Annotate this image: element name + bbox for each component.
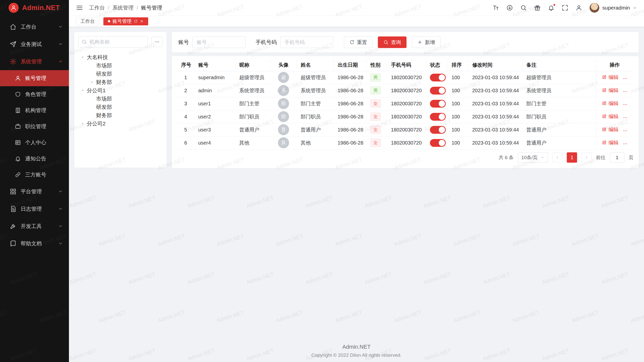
tree-caret-icon[interactable] <box>80 55 85 60</box>
tab-label: 账号管理 <box>112 18 132 25</box>
sidebar-item-label: 角色管理 <box>25 91 63 98</box>
sidebar-item-dev-tools[interactable]: 开发工具 <box>0 217 69 235</box>
search-button[interactable]: 查询 <box>378 36 407 48</box>
bell-icon <box>15 156 21 162</box>
sidebar-item-account-manage[interactable]: 账号管理 <box>0 70 69 86</box>
edit-button[interactable]: 编辑 <box>602 87 619 94</box>
sidebar-item-system-manage[interactable]: 系统管理 <box>0 53 69 70</box>
tree-caret-icon[interactable] <box>90 80 94 84</box>
next-page-button[interactable] <box>581 152 592 163</box>
breadcrumb-item[interactable]: 系统管理 <box>112 4 134 11</box>
tab-close-icon[interactable] <box>140 19 144 23</box>
cell-operations: 编辑 <box>596 84 633 97</box>
tree-node[interactable]: 分公司2 <box>78 119 163 128</box>
fullscreen-icon[interactable] <box>562 5 568 11</box>
reset-button[interactable]: 重置 <box>344 36 373 48</box>
page-size-select[interactable]: 10条/页 <box>518 152 548 163</box>
gift-icon[interactable] <box>534 5 541 11</box>
gear-icon <box>10 58 16 65</box>
logo[interactable]: Admin.NET <box>0 0 69 16</box>
status-toggle[interactable] <box>430 113 446 121</box>
edit-button[interactable]: 编辑 <box>602 74 619 81</box>
edit-icon <box>602 75 607 80</box>
row-more-button[interactable] <box>623 128 628 133</box>
sidebar-item-label: 机构管理 <box>25 107 63 114</box>
account-table: 序号账号昵称头像姓名出生日期性别手机号码状态排序修改时间备注操作1superad… <box>177 59 633 150</box>
sidebar-item-notice[interactable]: 通知公告 <box>0 151 69 167</box>
reset-button-label: 重置 <box>357 39 367 46</box>
status-toggle[interactable] <box>430 74 446 81</box>
column-header: 昵称 <box>235 59 270 71</box>
tree-more-button[interactable] <box>151 37 163 47</box>
cell-nickname: 其他 <box>235 136 270 149</box>
status-toggle[interactable] <box>430 100 446 108</box>
sidebar-item-profile-center[interactable]: 个人中心 <box>0 134 69 151</box>
tab-workbench[interactable]: 工作台 <box>76 17 99 25</box>
sidebar-item-third-account[interactable]: 三方账号 <box>0 167 69 183</box>
tree-node[interactable]: 财务部 <box>78 78 163 86</box>
hamburger-icon[interactable] <box>76 4 83 11</box>
status-toggle[interactable] <box>430 126 446 134</box>
book-icon <box>10 240 16 247</box>
breadcrumb-item[interactable]: 账号管理 <box>141 4 162 11</box>
sidebar-item-role-manage[interactable]: 角色管理 <box>0 86 69 102</box>
edit-button[interactable]: 编辑 <box>602 126 619 133</box>
column-header: 账号 <box>194 59 235 71</box>
tree-node[interactable]: 市场部 <box>78 61 163 70</box>
user-outline-icon[interactable] <box>576 5 582 11</box>
chevron-down-icon <box>541 156 544 159</box>
prev-page-button[interactable] <box>552 152 562 163</box>
sidebar-item-workbench[interactable]: 工作台 <box>0 18 69 35</box>
notification-bell-icon[interactable] <box>548 5 554 11</box>
tree-node-label: 研发部 <box>96 104 112 111</box>
edit-button[interactable]: 编辑 <box>602 100 619 107</box>
sidebar-item-position-manage[interactable]: 职位管理 <box>0 118 69 134</box>
row-more-button[interactable] <box>623 89 628 94</box>
document-icon <box>10 206 16 212</box>
sidebar-item-log-manage[interactable]: 日志管理 <box>0 200 69 217</box>
column-header: 手机号码 <box>387 59 426 71</box>
row-more-button[interactable] <box>623 115 628 120</box>
link-icon <box>15 172 21 178</box>
tree-node[interactable]: 研发部 <box>78 103 163 111</box>
tree-node[interactable]: 大名科技 <box>78 53 163 61</box>
page-number-current[interactable]: 1 <box>567 152 577 163</box>
tab-refresh-icon[interactable] <box>134 19 138 23</box>
account-filter-input[interactable] <box>192 36 246 48</box>
sidebar-item-help-docs[interactable]: 帮助文档 <box>0 235 69 252</box>
search-icon[interactable] <box>520 5 527 11</box>
cell-gender: 女 <box>366 110 387 123</box>
goto-page-input[interactable] <box>610 152 624 163</box>
cell-account: admin <box>194 84 235 97</box>
tree-caret-icon[interactable] <box>80 88 85 93</box>
tree-node[interactable]: 市场部 <box>78 95 163 103</box>
edit-button[interactable]: 编辑 <box>602 139 619 146</box>
sidebar-item-platform-manage[interactable]: 平台管理 <box>0 183 69 200</box>
sidebar-item-business-test[interactable]: 业务测试 <box>0 35 69 53</box>
tab-bar: 工作台账号管理 <box>69 16 644 27</box>
row-more-button[interactable] <box>623 76 628 81</box>
edit-button[interactable]: 编辑 <box>602 113 619 120</box>
arrow-circle-icon[interactable] <box>506 5 513 11</box>
tab-account-manage[interactable]: 账号管理 <box>103 17 148 25</box>
org-search-input[interactable] <box>78 36 148 48</box>
edit-button-label: 编辑 <box>609 100 619 107</box>
gender-tag: 女 <box>370 112 381 121</box>
tree-node[interactable]: 研发部 <box>78 70 163 78</box>
status-toggle[interactable] <box>430 139 446 147</box>
tree-node[interactable]: 财务部 <box>78 111 163 119</box>
row-more-button[interactable] <box>623 141 628 146</box>
row-more-button[interactable] <box>623 102 628 107</box>
breadcrumb-item[interactable]: 工作台 <box>89 4 105 11</box>
cell-remark: 普通用户 <box>522 136 596 149</box>
add-button[interactable]: 新增 <box>412 36 440 48</box>
page-size-value: 10条/页 <box>521 154 538 161</box>
tree-node-label: 市场部 <box>96 62 112 69</box>
phone-filter-input[interactable] <box>280 36 333 48</box>
sidebar-item-org-manage[interactable]: 机构管理 <box>0 102 69 118</box>
font-size-icon[interactable] <box>493 5 499 11</box>
tree-caret-icon[interactable] <box>80 121 85 126</box>
tree-node[interactable]: 分公司1 <box>78 86 163 95</box>
status-toggle[interactable] <box>430 87 446 95</box>
user-menu[interactable]: superadmin <box>589 3 637 13</box>
